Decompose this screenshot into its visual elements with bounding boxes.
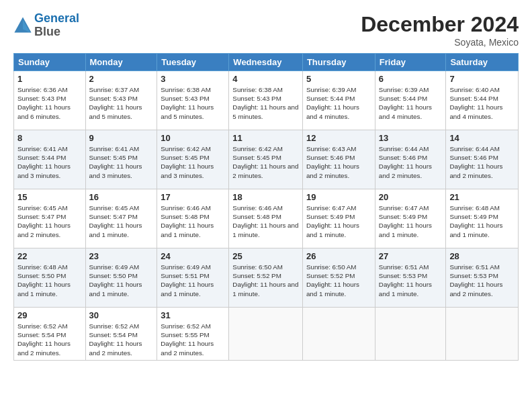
title-block: December 2024 Soyata, Mexico bbox=[361, 12, 519, 48]
calendar-cell: 21Sunrise: 6:48 AMSunset: 5:49 PMDayligh… bbox=[446, 189, 519, 248]
calendar-cell: 4Sunrise: 6:38 AMSunset: 5:43 PMDaylight… bbox=[229, 71, 303, 130]
calendar-cell: 27Sunrise: 6:51 AMSunset: 5:53 PMDayligh… bbox=[375, 248, 446, 308]
day-info: Sunrise: 6:38 AMSunset: 5:43 PMDaylight:… bbox=[232, 85, 299, 121]
day-number: 4 bbox=[232, 74, 299, 84]
day-info: Sunrise: 6:52 AMSunset: 5:54 PMDaylight:… bbox=[17, 322, 82, 357]
calendar-cell: 28Sunrise: 6:51 AMSunset: 5:53 PMDayligh… bbox=[446, 248, 519, 308]
calendar-header-row: SundayMondayTuesdayWednesdayThursdayFrid… bbox=[14, 54, 519, 71]
calendar-cell: 13Sunrise: 6:44 AMSunset: 5:46 PMDayligh… bbox=[375, 130, 446, 189]
calendar-cell: 24Sunrise: 6:49 AMSunset: 5:51 PMDayligh… bbox=[157, 248, 229, 308]
calendar-day-header: Friday bbox=[375, 54, 446, 71]
day-number: 24 bbox=[161, 251, 225, 261]
day-number: 28 bbox=[449, 251, 515, 261]
calendar-cell: 7Sunrise: 6:40 AMSunset: 5:44 PMDaylight… bbox=[446, 71, 519, 130]
calendar-cell bbox=[229, 308, 303, 361]
day-info: Sunrise: 6:51 AMSunset: 5:53 PMDaylight:… bbox=[379, 263, 443, 298]
day-number: 27 bbox=[379, 251, 443, 261]
calendar-cell: 29Sunrise: 6:52 AMSunset: 5:54 PMDayligh… bbox=[14, 308, 86, 361]
calendar-cell: 18Sunrise: 6:46 AMSunset: 5:48 PMDayligh… bbox=[229, 189, 303, 248]
calendar-week-row: 22Sunrise: 6:48 AMSunset: 5:50 PMDayligh… bbox=[14, 248, 519, 308]
day-info: Sunrise: 6:52 AMSunset: 5:55 PMDaylight:… bbox=[161, 322, 225, 357]
day-info: Sunrise: 6:50 AMSunset: 5:52 PMDaylight:… bbox=[306, 263, 371, 298]
day-number: 3 bbox=[161, 74, 225, 84]
calendar-cell: 17Sunrise: 6:46 AMSunset: 5:48 PMDayligh… bbox=[157, 189, 229, 248]
calendar-cell: 25Sunrise: 6:50 AMSunset: 5:52 PMDayligh… bbox=[229, 248, 303, 308]
day-number: 6 bbox=[379, 74, 443, 84]
day-number: 23 bbox=[89, 251, 154, 261]
calendar-week-row: 1Sunrise: 6:36 AMSunset: 5:43 PMDaylight… bbox=[14, 71, 519, 130]
day-number: 26 bbox=[306, 251, 371, 261]
day-info: Sunrise: 6:43 AMSunset: 5:46 PMDaylight:… bbox=[306, 144, 371, 180]
calendar-cell: 31Sunrise: 6:52 AMSunset: 5:55 PMDayligh… bbox=[157, 308, 229, 361]
day-number: 13 bbox=[379, 133, 443, 143]
day-info: Sunrise: 6:48 AMSunset: 5:49 PMDaylight:… bbox=[449, 203, 515, 239]
calendar-cell: 3Sunrise: 6:38 AMSunset: 5:43 PMDaylight… bbox=[157, 71, 229, 130]
day-number: 7 bbox=[449, 74, 515, 84]
header: General Blue December 2024 Soyata, Mexic… bbox=[13, 12, 519, 48]
logo-icon bbox=[13, 16, 32, 35]
day-info: Sunrise: 6:40 AMSunset: 5:44 PMDaylight:… bbox=[449, 85, 515, 121]
day-info: Sunrise: 6:48 AMSunset: 5:50 PMDaylight:… bbox=[17, 263, 82, 298]
day-info: Sunrise: 6:45 AMSunset: 5:47 PMDaylight:… bbox=[89, 203, 154, 239]
calendar-cell: 15Sunrise: 6:45 AMSunset: 5:47 PMDayligh… bbox=[14, 189, 86, 248]
calendar-day-header: Tuesday bbox=[157, 54, 229, 71]
day-number: 8 bbox=[17, 133, 82, 143]
day-info: Sunrise: 6:41 AMSunset: 5:44 PMDaylight:… bbox=[17, 144, 82, 180]
day-info: Sunrise: 6:52 AMSunset: 5:54 PMDaylight:… bbox=[89, 322, 154, 357]
day-info: Sunrise: 6:49 AMSunset: 5:50 PMDaylight:… bbox=[89, 263, 154, 298]
calendar-cell: 14Sunrise: 6:44 AMSunset: 5:46 PMDayligh… bbox=[446, 130, 519, 189]
day-number: 5 bbox=[306, 74, 371, 84]
calendar-week-row: 29Sunrise: 6:52 AMSunset: 5:54 PMDayligh… bbox=[14, 308, 519, 361]
calendar-cell: 2Sunrise: 6:37 AMSunset: 5:43 PMDaylight… bbox=[85, 71, 157, 130]
calendar-day-header: Monday bbox=[85, 54, 157, 71]
day-info: Sunrise: 6:44 AMSunset: 5:46 PMDaylight:… bbox=[379, 144, 443, 180]
location: Soyata, Mexico bbox=[361, 37, 519, 48]
day-info: Sunrise: 6:49 AMSunset: 5:51 PMDaylight:… bbox=[161, 263, 225, 298]
day-number: 19 bbox=[306, 192, 371, 202]
calendar-cell: 19Sunrise: 6:47 AMSunset: 5:49 PMDayligh… bbox=[302, 189, 375, 248]
day-number: 16 bbox=[89, 192, 154, 202]
day-info: Sunrise: 6:47 AMSunset: 5:49 PMDaylight:… bbox=[379, 203, 443, 239]
day-number: 2 bbox=[89, 74, 154, 84]
calendar-cell: 30Sunrise: 6:52 AMSunset: 5:54 PMDayligh… bbox=[85, 308, 157, 361]
day-info: Sunrise: 6:50 AMSunset: 5:52 PMDaylight:… bbox=[232, 263, 299, 298]
day-number: 11 bbox=[232, 133, 299, 143]
day-info: Sunrise: 6:46 AMSunset: 5:48 PMDaylight:… bbox=[161, 203, 225, 239]
day-info: Sunrise: 6:39 AMSunset: 5:44 PMDaylight:… bbox=[379, 85, 443, 121]
calendar-day-header: Saturday bbox=[446, 54, 519, 71]
logo: General Blue bbox=[13, 12, 79, 39]
calendar-cell: 8Sunrise: 6:41 AMSunset: 5:44 PMDaylight… bbox=[14, 130, 86, 189]
day-number: 31 bbox=[161, 310, 225, 320]
day-number: 14 bbox=[449, 133, 515, 143]
day-info: Sunrise: 6:38 AMSunset: 5:43 PMDaylight:… bbox=[161, 85, 225, 121]
calendar-cell: 9Sunrise: 6:41 AMSunset: 5:45 PMDaylight… bbox=[85, 130, 157, 189]
calendar-cell: 23Sunrise: 6:49 AMSunset: 5:50 PMDayligh… bbox=[85, 248, 157, 308]
calendar-cell bbox=[302, 308, 375, 361]
calendar-day-header: Thursday bbox=[302, 54, 375, 71]
day-number: 1 bbox=[17, 74, 82, 84]
calendar-cell: 26Sunrise: 6:50 AMSunset: 5:52 PMDayligh… bbox=[302, 248, 375, 308]
calendar-cell: 20Sunrise: 6:47 AMSunset: 5:49 PMDayligh… bbox=[375, 189, 446, 248]
calendar-cell: 5Sunrise: 6:39 AMSunset: 5:44 PMDaylight… bbox=[302, 71, 375, 130]
calendar-cell bbox=[446, 308, 519, 361]
logo-text: General Blue bbox=[34, 12, 79, 39]
calendar-cell: 16Sunrise: 6:45 AMSunset: 5:47 PMDayligh… bbox=[85, 189, 157, 248]
calendar-cell bbox=[375, 308, 446, 361]
calendar-table: SundayMondayTuesdayWednesdayThursdayFrid… bbox=[13, 53, 519, 361]
calendar-cell: 6Sunrise: 6:39 AMSunset: 5:44 PMDaylight… bbox=[375, 71, 446, 130]
day-number: 9 bbox=[89, 133, 154, 143]
day-info: Sunrise: 6:41 AMSunset: 5:45 PMDaylight:… bbox=[89, 144, 154, 180]
calendar-week-row: 8Sunrise: 6:41 AMSunset: 5:44 PMDaylight… bbox=[14, 130, 519, 189]
calendar-cell: 22Sunrise: 6:48 AMSunset: 5:50 PMDayligh… bbox=[14, 248, 86, 308]
page: General Blue December 2024 Soyata, Mexic… bbox=[0, 0, 532, 411]
day-info: Sunrise: 6:51 AMSunset: 5:53 PMDaylight:… bbox=[449, 263, 515, 298]
day-number: 20 bbox=[379, 192, 443, 202]
month-title: December 2024 bbox=[361, 12, 519, 37]
calendar-cell: 11Sunrise: 6:42 AMSunset: 5:45 PMDayligh… bbox=[229, 130, 303, 189]
day-info: Sunrise: 6:37 AMSunset: 5:43 PMDaylight:… bbox=[89, 85, 154, 121]
day-info: Sunrise: 6:42 AMSunset: 5:45 PMDaylight:… bbox=[232, 144, 299, 180]
calendar-cell: 1Sunrise: 6:36 AMSunset: 5:43 PMDaylight… bbox=[14, 71, 86, 130]
day-number: 10 bbox=[161, 133, 225, 143]
calendar-day-header: Wednesday bbox=[229, 54, 303, 71]
day-number: 25 bbox=[232, 251, 299, 261]
